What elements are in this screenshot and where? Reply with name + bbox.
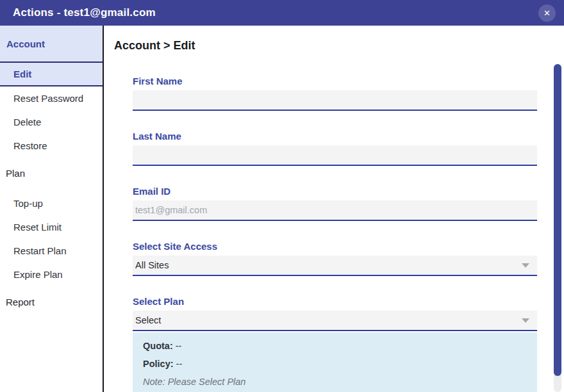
sidebar-item-label: Top-up — [13, 198, 43, 209]
plan-info-box: Quota: -- Policy: -- Note: Please Select… — [133, 332, 537, 392]
sidebar-item-restore[interactable]: Restore — [0, 134, 103, 158]
site-access-label: Select Site Access — [133, 241, 537, 252]
breadcrumb: Account > Edit — [114, 39, 564, 53]
email-input[interactable] — [133, 200, 537, 221]
sidebar-item-label: Reset Password — [13, 93, 83, 104]
sidebar-item-reset-password[interactable]: Reset Password — [0, 86, 103, 110]
quota-label: Quota: — [143, 341, 173, 351]
sidebar-item-expire-plan[interactable]: Expire Plan — [0, 263, 103, 286]
policy-label: Policy: — [143, 359, 174, 369]
quota-value: -- — [176, 341, 182, 351]
last-name-label: Last Name — [133, 131, 537, 142]
main-panel: Account > Edit First Name Last Name Emai… — [104, 26, 564, 392]
plan-select[interactable]: Select — [133, 311, 537, 331]
email-label: Email ID — [133, 186, 537, 197]
site-access-group: Select Site Access All Sites — [133, 241, 537, 276]
sidebar-item-delete[interactable]: Delete — [0, 110, 103, 134]
sidebar-item-reset-limit[interactable]: Reset Limit — [0, 215, 103, 239]
first-name-input[interactable] — [133, 90, 537, 111]
modal-title: Actions - test1@gmail.com — [13, 6, 156, 19]
first-name-label: First Name — [133, 76, 537, 86]
policy-line: Policy: -- — [143, 359, 527, 369]
last-name-group: Last Name — [133, 131, 537, 166]
sidebar-item-restart-plan[interactable]: Restart Plan — [0, 239, 103, 263]
sidebar-section-plan: Plan — [0, 158, 103, 192]
plan-group: Select Plan Select — [133, 296, 537, 331]
sidebar-item-label: Expire Plan — [13, 269, 63, 280]
sidebar-section-account: Account — [0, 26, 103, 63]
sidebar-item-label: Restore — [13, 140, 47, 151]
first-name-group: First Name — [133, 76, 537, 111]
sidebar-item-label: Delete — [13, 117, 41, 127]
sidebar-item-edit[interactable]: Edit — [0, 63, 103, 86]
scrollbar-thumb[interactable] — [554, 64, 561, 376]
close-icon: ✕ — [543, 8, 551, 18]
quota-line: Quota: -- — [143, 341, 527, 351]
plan-note: Note: Please Select Plan — [143, 377, 527, 387]
policy-value: -- — [176, 359, 183, 369]
sidebar-item-label: Reset Limit — [13, 222, 62, 233]
actions-modal: Actions - test1@gmail.com ✕ Account Edit… — [0, 0, 564, 392]
sidebar-section-report: Report — [0, 286, 103, 320]
modal-body: Account Edit Reset Password Delete Resto… — [0, 26, 564, 392]
sidebar: Account Edit Reset Password Delete Resto… — [0, 26, 104, 392]
edit-account-form: First Name Last Name Email ID Select Sit… — [133, 76, 537, 392]
close-button[interactable]: ✕ — [538, 4, 556, 22]
sidebar-item-label: Restart Plan — [13, 245, 67, 256]
modal-titlebar: Actions - test1@gmail.com ✕ — [0, 0, 564, 26]
plan-label: Select Plan — [133, 296, 537, 307]
sidebar-item-label: Edit — [13, 69, 31, 79]
sidebar-item-top-up[interactable]: Top-up — [0, 192, 103, 215]
site-access-select[interactable]: All Sites — [133, 256, 537, 276]
email-group: Email ID — [133, 186, 537, 221]
sidebar-section-label: Account — [6, 38, 45, 49]
site-access-value: All Sites — [135, 260, 169, 270]
chevron-down-icon — [522, 318, 529, 323]
last-name-input[interactable] — [133, 145, 537, 166]
chevron-down-icon — [522, 263, 529, 268]
plan-value: Select — [135, 315, 161, 325]
